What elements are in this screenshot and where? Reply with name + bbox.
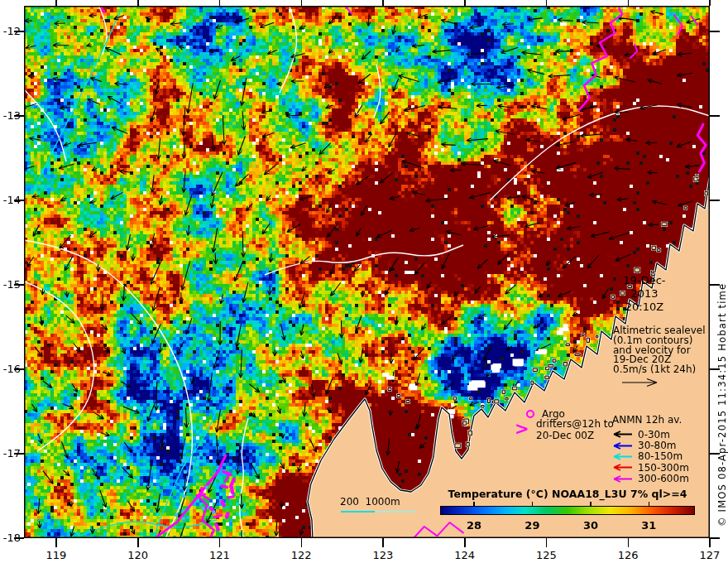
lon-tick: [628, 538, 630, 547]
bathy-200-label: 200: [340, 496, 359, 508]
lon-tick-top: [55, 0, 57, 6]
colorbar-tick-label: 30: [578, 519, 603, 532]
lat-tick-right: [710, 200, 720, 201]
lon-tick-label: 119: [40, 549, 73, 561]
argo-marker-icon: [526, 410, 534, 418]
lat-tick-right: [710, 31, 720, 32]
lat-tick-label: -12: [0, 25, 21, 37]
lat-tick-label: -18: [0, 532, 21, 544]
drifter-marker-icon: >: [515, 418, 529, 440]
lat-tick-label: -13: [0, 109, 21, 122]
lon-tick-label: 125: [530, 549, 563, 561]
anmn-depth-row: 0-30m: [611, 429, 689, 440]
colorbar-tick-label: 28: [462, 519, 486, 532]
anmn-depth-row: 80-150m: [611, 451, 689, 462]
bathy-1000-line-icon: [376, 511, 416, 512]
anmn-depth-row: 150-300m: [611, 462, 689, 473]
anmn-current-arrow-icon: [611, 453, 634, 460]
colorbar-tick: [532, 502, 534, 506]
anmn-current-arrow-icon: [611, 442, 634, 450]
bathy-1000-label: 1000m: [366, 496, 400, 508]
anmn-depth-row: 30-80m: [611, 440, 689, 450]
drifters-line: drifters@12h to: [536, 419, 614, 431]
lon-tick-top: [628, 0, 630, 6]
imos-sst-map-page: 119120121122123124125126127-12-13-14-15-…: [0, 0, 728, 563]
anmn-current-arrow-icon: [611, 475, 634, 483]
lon-tick-top: [301, 0, 303, 6]
colorbar-tick-label: 29: [520, 519, 544, 532]
anmn-depth-label: 0-30m: [638, 429, 670, 440]
lon-tick-label: 121: [204, 549, 237, 561]
lon-tick: [301, 538, 303, 547]
drifters-text: drifters@12h to 20-Dec 00Z: [536, 419, 614, 441]
datetime-annotation: 19-Dec-2013 20:10Z: [611, 274, 678, 314]
lon-tick: [382, 538, 384, 547]
lat-tick-label: -14: [0, 194, 21, 206]
anmn-legend: ANMN 12h av. 0-30m30-80m80-150m150-300m3…: [611, 414, 689, 484]
anmn-title: ANMN 12h av.: [611, 414, 689, 426]
colorbar-tick: [649, 502, 650, 506]
time-line: 20:10Z: [611, 301, 678, 314]
colorbar-title: Temperature (°C) NOAA18_L3U 7% ql>=4: [440, 488, 695, 500]
anmn-current-arrow-icon: [611, 431, 634, 438]
drifters-legend: > drifters@12h to 20-Dec 00Z: [515, 418, 622, 445]
colorbar-tick: [590, 502, 592, 506]
lon-tick-top: [382, 0, 384, 6]
lon-tick-label: 124: [448, 549, 481, 561]
lon-tick: [55, 538, 57, 547]
lon-tick-top: [464, 0, 466, 6]
lat-tick-label: -16: [0, 363, 21, 375]
anmn-depth-label: 300-600m: [638, 473, 689, 484]
sst-map-canvas: [24, 6, 710, 538]
lon-tick-label: 126: [611, 549, 644, 561]
velocity-scale-arrow-icon: [620, 378, 660, 387]
lon-tick: [219, 538, 221, 547]
lat-tick-right: [710, 537, 720, 539]
lon-tick-label: 127: [693, 549, 726, 561]
anmn-depth-label: 150-300m: [638, 462, 689, 474]
date-line: 19-Dec-2013: [611, 274, 678, 301]
colorbar-tick: [473, 502, 475, 506]
drifters-line: 20-Dec 00Z: [536, 431, 614, 442]
lon-tick: [464, 538, 466, 547]
lon-tick-label: 120: [122, 549, 155, 561]
anmn-depth-label: 30-80m: [638, 440, 677, 451]
lon-tick: [137, 538, 139, 547]
lon-tick-label: 123: [366, 549, 400, 561]
lon-tick-top: [546, 0, 548, 6]
anmn-depth-label: 80-150m: [638, 450, 682, 462]
anmn-rows: 0-30m30-80m80-150m150-300m300-600m: [611, 429, 689, 484]
lon-tick-top: [137, 0, 139, 6]
altimetric-line: 0.5m/s (1kt 24h): [613, 365, 706, 375]
temperature-colorbar: 28293031: [440, 506, 695, 515]
altimetric-note: Altimetric sealevel (0.1m contours) and …: [613, 326, 706, 375]
copyright-vertical-text: © IMOS 08-Apr-2015 11:34:15 Hobart time: [716, 283, 728, 527]
lat-tick-right: [710, 115, 720, 117]
bathymetry-scale-legend: 200 1000m: [340, 496, 400, 508]
colorbar-tick-label: 31: [636, 519, 661, 532]
lon-tick-top: [709, 0, 711, 6]
lat-tick-label: -17: [0, 447, 21, 460]
bathy-200-line-icon: [341, 511, 375, 512]
lon-tick: [709, 538, 711, 547]
lat-tick-label: -15: [0, 278, 21, 291]
anmn-depth-row: 300-600m: [611, 474, 689, 484]
lon-tick-top: [219, 0, 221, 6]
anmn-current-arrow-icon: [611, 464, 634, 471]
lon-tick-label: 122: [285, 549, 318, 561]
lon-tick: [546, 538, 548, 547]
